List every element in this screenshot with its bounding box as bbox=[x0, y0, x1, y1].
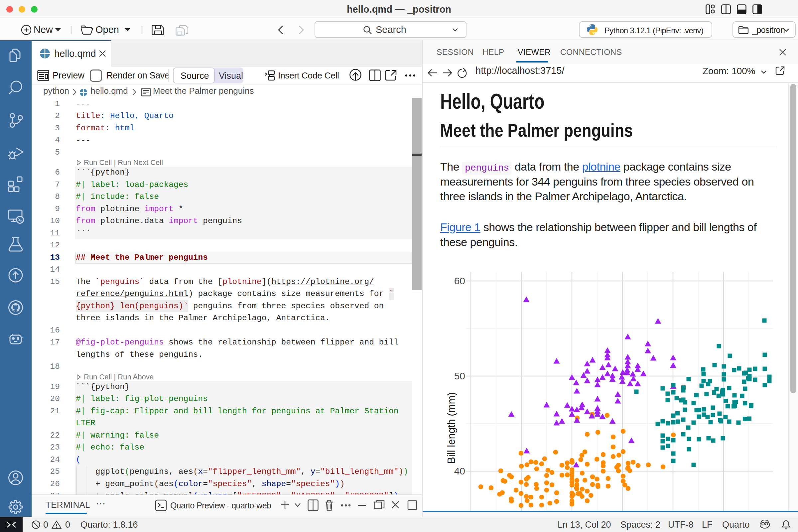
svg-text:40: 40 bbox=[454, 466, 465, 476]
svg-text:60: 60 bbox=[454, 275, 465, 286]
svg-text:50: 50 bbox=[454, 370, 465, 381]
svg-text:Bill length (mm): Bill length (mm) bbox=[445, 392, 457, 463]
